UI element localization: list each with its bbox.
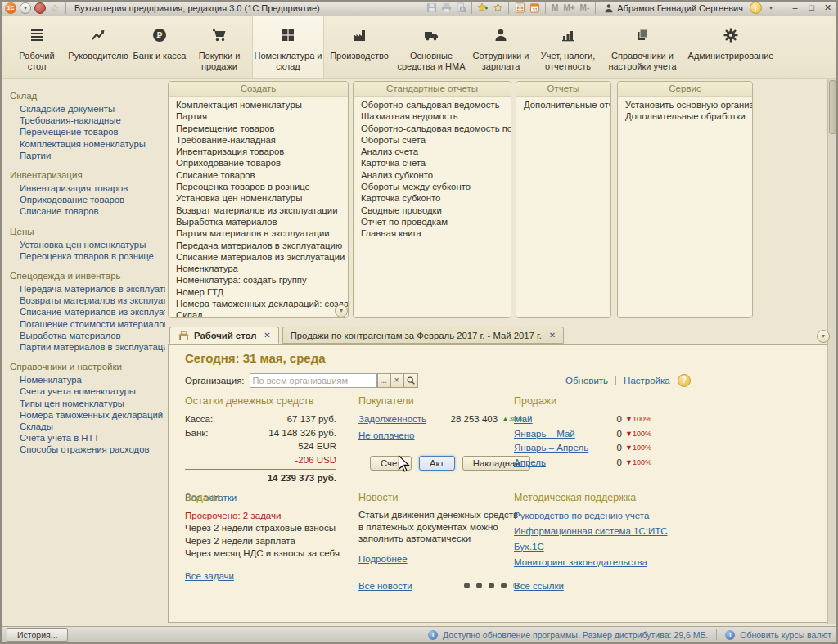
current-user[interactable]: Абрамов Геннадий Сергеевич (604, 3, 743, 13)
service-item[interactable]: Дополнительные обработки (618, 110, 752, 122)
standard-report-item[interactable]: Оборотно-сальдовая ведомость по счету (354, 123, 511, 134)
create-item[interactable]: Инвентаризация товаров (169, 146, 348, 157)
vertical-scrollbar[interactable] (827, 79, 836, 624)
settings-link[interactable]: Настройка (624, 376, 670, 385)
create-item[interactable]: Номера таможенных деклараций: создать гр… (169, 298, 348, 309)
sidebar-item[interactable]: Инвентаризация товаров (2, 182, 165, 194)
sidebar-item[interactable]: Партии материалов в эксплуатации (2, 341, 165, 353)
standard-report-item[interactable]: Главная книга (354, 227, 511, 239)
sales-period-link[interactable]: Январь – Май (514, 427, 575, 442)
create-item[interactable]: Списание товаров (169, 169, 348, 181)
sidebar-item[interactable]: Партии (2, 150, 165, 161)
standard-report-item[interactable]: Шахматная ведомость (354, 110, 511, 122)
page-dot[interactable] (489, 583, 494, 588)
currency-rates-link[interactable]: Обновить курсы валют (740, 630, 831, 640)
debt-link[interactable]: Задолженность (358, 412, 426, 426)
sales-period-link[interactable]: Январь – Апрель (514, 441, 588, 456)
create-item[interactable]: Номенклатура (169, 263, 348, 274)
create-item[interactable]: Перемещение товаров (169, 123, 348, 134)
print-preview-icon[interactable] (455, 2, 466, 14)
section-purchases-sales[interactable]: Покупки и продажи (187, 16, 252, 78)
unpaid-link[interactable]: Не оплачено (358, 429, 415, 443)
sidebar-item[interactable]: Счета учета номенклатуры (2, 385, 165, 397)
create-item[interactable]: Возврат материалов из эксплуатации (169, 205, 348, 216)
sidebar-item[interactable]: Списание материалов из эксплуатации (2, 306, 165, 317)
section-fixed-assets[interactable]: Основные средства и НМА (394, 16, 468, 78)
favorites-icon[interactable] (492, 2, 503, 14)
sidebar-item[interactable]: Возвраты материалов из эксплуатации (2, 295, 165, 306)
support-link[interactable]: Руководство по ведению учета (514, 509, 694, 523)
tab-sales-report[interactable]: Продажи по контрагентам за Февраль 2017 … (282, 327, 564, 344)
organization-input[interactable] (250, 373, 377, 388)
app-menu-icon[interactable] (34, 2, 46, 14)
sidebar-item[interactable]: Списание товаров (2, 205, 165, 217)
section-references-settings[interactable]: Справочники и настройки учета (602, 16, 683, 78)
memory-minus-button[interactable]: M- (580, 3, 590, 12)
create-item[interactable]: Установка цен номенклатуры (169, 192, 348, 204)
standard-report-item[interactable]: Анализ субконто (354, 169, 511, 181)
create-item[interactable]: Комплектация номенклатуры (169, 99, 348, 110)
create-item[interactable]: Списание материалов из эксплуатации (169, 251, 348, 263)
update-message[interactable]: Доступно обновление программы. Размер ди… (443, 630, 708, 640)
memory-recall-button[interactable]: M (552, 3, 558, 12)
sidebar-item[interactable]: Оприходование товаров (2, 194, 165, 205)
page-dot[interactable] (501, 583, 507, 588)
section-nomenclature-warehouse[interactable]: Номенклатура и склад (252, 16, 324, 78)
sales-period-link[interactable]: Апрель (514, 456, 546, 471)
memory-plus-button[interactable]: M+ (563, 3, 574, 12)
section-production[interactable]: Производство (324, 16, 394, 78)
all-tasks-link[interactable]: Все задачи (185, 571, 234, 581)
refresh-link[interactable]: Обновить (565, 376, 608, 385)
sidebar-item[interactable]: Передача материалов в эксплуатацию (2, 283, 165, 295)
section-desktop[interactable]: Рабочий стол (10, 16, 64, 78)
create-item[interactable]: Выработка материалов (169, 216, 348, 227)
sidebar-item[interactable]: Комплектация номенклатуры (2, 138, 165, 150)
save-icon[interactable] (426, 2, 437, 14)
create-item[interactable]: Переоценка товаров в рознице (169, 181, 348, 192)
standard-report-item[interactable]: Карточка субконто (354, 192, 511, 204)
print-icon[interactable] (440, 2, 452, 14)
standard-report-item[interactable]: Карточка счета (354, 157, 511, 169)
calculator-icon[interactable] (514, 2, 525, 14)
tab-desktop[interactable]: Рабочий стол ✕ (169, 327, 279, 344)
main-menu-chevron-icon[interactable]: ▾ (20, 2, 31, 14)
close-button[interactable]: ✕ (821, 2, 835, 14)
create-item[interactable]: Требование-накладная (169, 134, 348, 146)
help-icon[interactable]: ? (678, 374, 691, 387)
standard-report-item[interactable]: Анализ счета (354, 146, 511, 157)
standard-report-item[interactable]: Оборотно-сальдовая ведомость (354, 99, 511, 110)
sidebar-item[interactable]: Перемещение товаров (2, 126, 165, 137)
sidebar-item[interactable]: Склады (2, 421, 165, 432)
sidebar-item[interactable]: Выработка материалов (2, 330, 165, 341)
sidebar-item[interactable]: Установка цен номенклатуры (2, 239, 165, 250)
create-item[interactable]: Номенклатура: создать группу (169, 274, 348, 286)
create-item[interactable]: Партия (169, 110, 348, 122)
sidebar-item[interactable]: Способы отражения расходов (2, 444, 165, 455)
scrollbar-thumb[interactable] (829, 80, 836, 134)
sidebar-item[interactable]: Номенклатура (2, 374, 165, 385)
create-item[interactable]: Оприходование товаров (169, 157, 348, 169)
section-administration[interactable]: Администрирование (683, 16, 779, 78)
chevron-down-icon[interactable]: ▾ (765, 2, 777, 14)
maximize-button[interactable]: □ (804, 2, 818, 14)
invoice-button[interactable]: Счет (370, 456, 412, 471)
create-item[interactable]: Передача материалов в эксплуатацию (169, 240, 348, 251)
history-button[interactable]: История... (7, 628, 68, 642)
news-more-link[interactable]: Подробнее (358, 554, 408, 564)
create-item[interactable]: Партия материалов в эксплуатации (169, 227, 348, 239)
support-link[interactable]: Информационная система 1С:ИТС (514, 525, 694, 538)
sidebar-item[interactable]: Типы цен номенклатуры (2, 398, 165, 409)
favorites-star-icon[interactable]: ☆ (49, 2, 61, 14)
section-employees[interactable]: Сотрудники и зарплата (468, 16, 534, 78)
standard-report-item[interactable]: Обороты счета (354, 134, 511, 146)
service-item[interactable]: Установить основную организацию (618, 99, 752, 110)
support-link[interactable]: Мониторинг законодательства (514, 556, 694, 570)
tab-close-icon[interactable]: ✕ (549, 331, 556, 340)
tab-list-button[interactable]: ▾ (817, 330, 830, 343)
sidebar-item[interactable]: Складские документы (2, 103, 165, 115)
sidebar-item[interactable]: Номера таможенных деклараций (2, 409, 165, 421)
organization-clear-button[interactable]: × (390, 373, 403, 388)
sidebar-item[interactable]: Погашение стоимости материалов (2, 318, 165, 330)
standard-report-item[interactable]: Отчет по проводкам (354, 216, 511, 227)
section-manager[interactable]: Руководителю (64, 16, 133, 78)
